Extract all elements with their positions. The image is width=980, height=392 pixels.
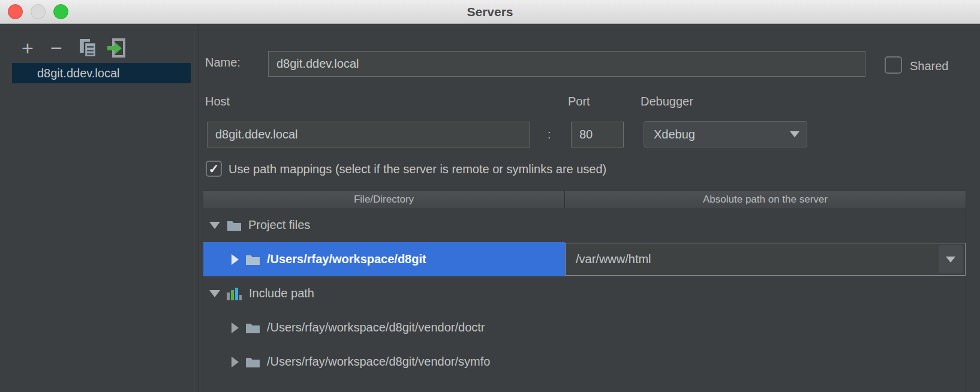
- table-row: /Users/rfay/workspace/d8git/vendor/doctr: [203, 310, 966, 345]
- include-path-icon: [227, 287, 242, 300]
- absolute-path-value: /var/www/html: [566, 252, 939, 266]
- table-row: /Users/rfay/workspace/d8git/var/www/html: [203, 242, 966, 276]
- window-title: Servers: [0, 0, 980, 24]
- file-directory-cell[interactable]: /Users/rfay/workspace/d8git/vendor/doctr: [203, 310, 565, 345]
- table-row: Project files: [203, 208, 966, 242]
- tree-item-label: /Users/rfay/workspace/d8git/vendor/doctr: [267, 321, 485, 334]
- column-header-absolute-path[interactable]: Absolute path on the server: [565, 191, 966, 208]
- plus-icon: +: [22, 37, 34, 60]
- use-path-mappings-checkbox[interactable]: ✓: [206, 161, 222, 177]
- host-input[interactable]: d8git.ddev.local: [207, 122, 530, 147]
- tree-item-label: Include path: [249, 287, 314, 300]
- file-directory-cell[interactable]: Project files: [203, 208, 565, 242]
- expand-collapse-icon-expanded[interactable]: [209, 222, 220, 229]
- file-directory-cell[interactable]: /Users/rfay/workspace/d8git/vendor/symfo: [203, 345, 565, 379]
- titlebar: Servers: [0, 0, 980, 24]
- port-value: 80: [579, 128, 593, 141]
- debugger-dropdown-button[interactable]: [783, 122, 807, 147]
- column-header-file-directory[interactable]: File/Directory: [203, 191, 565, 208]
- shared-checkbox[interactable]: [885, 56, 902, 74]
- minus-icon: −: [50, 37, 62, 60]
- debugger-label: Debugger: [641, 95, 693, 108]
- chevron-down-icon: [946, 257, 955, 263]
- folder-icon: [245, 356, 260, 368]
- import-server-button[interactable]: [103, 35, 131, 61]
- folder-icon: [245, 254, 260, 266]
- chevron-down-icon: [790, 131, 799, 137]
- expand-collapse-icon-collapsed[interactable]: [232, 357, 239, 367]
- server-list-toolbar: + −: [0, 35, 199, 61]
- server-list-item[interactable]: d8git.ddev.local: [12, 63, 191, 83]
- expand-collapse-icon-collapsed[interactable]: [232, 322, 239, 333]
- import-icon: [106, 37, 128, 59]
- host-label: Host: [205, 95, 230, 108]
- path-mappings-table: File/Directory Absolute path on the serv…: [203, 191, 966, 392]
- copy-server-button[interactable]: [74, 35, 102, 61]
- shared-label: Shared: [910, 59, 949, 73]
- port-label: Port: [568, 95, 590, 108]
- tree-item-label: /Users/rfay/workspace/d8git/vendor/symfo: [267, 355, 490, 369]
- add-server-button[interactable]: +: [16, 35, 40, 61]
- server-settings-panel: Name: d8git.ddev.local Shared Host Port …: [200, 25, 980, 392]
- expand-collapse-icon-collapsed[interactable]: [232, 254, 239, 265]
- file-directory-cell[interactable]: Include path: [203, 276, 565, 310]
- name-label: Name:: [205, 56, 241, 70]
- folder-icon: [227, 219, 242, 231]
- debugger-value: Xdebug: [644, 128, 783, 141]
- name-value: d8git.ddev.local: [276, 57, 359, 71]
- table-row: Include path: [203, 276, 966, 310]
- tree-item-label: Project files: [248, 218, 310, 232]
- tree-item-label: /Users/rfay/workspace/d8git: [267, 252, 426, 266]
- folder-icon: [245, 322, 260, 334]
- copy-icon: [78, 37, 98, 59]
- table-body: Project files /Users/rfay/workspace/d8gi…: [203, 208, 966, 392]
- table-header: File/Directory Absolute path on the serv…: [203, 191, 966, 208]
- file-directory-cell[interactable]: /Users/rfay/workspace/d8git: [203, 242, 565, 276]
- expand-collapse-icon-expanded[interactable]: [209, 290, 220, 297]
- host-value: d8git.ddev.local: [215, 128, 298, 141]
- server-list-item-label: d8git.ddev.local: [37, 67, 120, 80]
- debugger-select[interactable]: Xdebug: [644, 121, 807, 147]
- absolute-path-dropdown-button[interactable]: [939, 245, 963, 273]
- server-list-panel: + −: [0, 25, 199, 392]
- use-path-mappings-label: Use path mappings (select if the server …: [229, 162, 606, 176]
- table-row: /Users/rfay/workspace/d8git/vendor/symfo: [203, 345, 966, 379]
- absolute-path-select[interactable]: /var/www/html: [565, 243, 966, 276]
- remove-server-button[interactable]: −: [44, 35, 68, 61]
- port-input[interactable]: 80: [571, 122, 624, 147]
- name-input[interactable]: d8git.ddev.local: [268, 51, 865, 77]
- host-port-separator: :: [548, 128, 551, 141]
